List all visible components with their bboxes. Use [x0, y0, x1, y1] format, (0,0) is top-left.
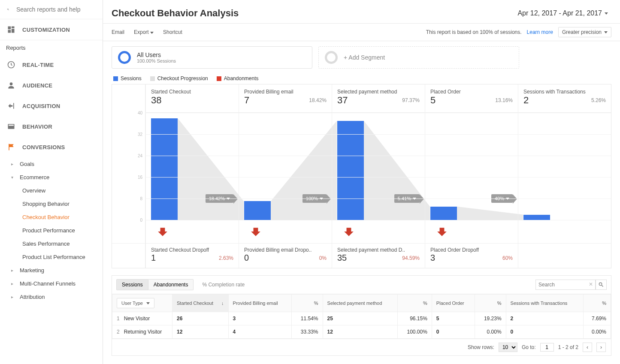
nav-product-performance[interactable]: Product Performance [0, 224, 103, 237]
tab-sessions[interactable]: Sessions [116, 279, 148, 290]
add-segment-button[interactable]: + Add Segment [318, 46, 519, 69]
nav-shopping-behavior[interactable]: Shopping Behavior [0, 197, 103, 211]
donut-icon [118, 51, 131, 64]
col-placed-pct[interactable]: % [475, 295, 506, 312]
tree-mcf[interactable]: ▸ Multi-Channel Funnels [0, 277, 103, 290]
step-label: Provided Billing email [244, 89, 327, 95]
learn-more-link[interactable]: Learn more [527, 29, 553, 35]
nav-behavior[interactable]: BEHAVIOR [0, 116, 103, 137]
caret-down-icon: ▾ [11, 175, 15, 180]
nav-conversions-label: CONVERSIONS [22, 144, 65, 150]
col-billing[interactable]: Provided Billing email [228, 295, 292, 312]
step-label: Placed Order [430, 89, 513, 95]
legend-abandonments: Abandonments [217, 75, 259, 81]
funnel-bar[interactable] [151, 118, 178, 220]
add-segment-label: + Add Segment [344, 54, 385, 61]
date-range-label: Apr 12, 2017 - Apr 21, 2017 [517, 9, 602, 17]
nav-sales-performance[interactable]: Sales Performance [0, 237, 103, 250]
tab-abandonments[interactable]: Abandonments [148, 279, 194, 290]
sidebar-search[interactable] [0, 0, 103, 19]
axis-tick: 32 [138, 132, 142, 137]
nav-customization[interactable]: CUSTOMIZATION [0, 19, 103, 40]
tree-goals-label: Goals [20, 161, 34, 167]
chevron-down-icon [605, 12, 608, 15]
caret-right-icon: ▸ [11, 281, 15, 286]
step-label: Started Checkout [151, 89, 233, 95]
segment-subtitle: 100.00% Sessions [137, 58, 176, 63]
email-button[interactable]: Email [112, 29, 124, 35]
tree-ecommerce[interactable]: ▾ Ecommerce [0, 171, 103, 184]
nav-acquisition-label: ACQUISITION [22, 103, 60, 109]
tree-attribution-label: Attribution [20, 294, 45, 300]
table-row[interactable]: 2Returning Visitor 12 4 33.33% 12 100.00… [112, 325, 611, 339]
sidebar: CUSTOMIZATION Reports REAL-TIME AUDIENCE… [0, 0, 103, 364]
data-table: User Type Started Checkout ↓ Provided Bi… [112, 294, 611, 339]
col-billing-pct[interactable]: % [292, 295, 323, 312]
dropoff-pct: 0% [319, 255, 327, 261]
show-rows-label: Show rows: [468, 344, 494, 350]
page-range: 1 - 2 of 2 [558, 344, 578, 350]
sample-text: This report is based on 100% of sessions… [426, 29, 522, 35]
nav-conversions[interactable]: CONVERSIONS [0, 137, 103, 157]
dropoff-arrow-icon [239, 220, 332, 243]
tree-marketing[interactable]: ▸ Marketing [0, 264, 103, 277]
dropoff-arrow-icon [145, 220, 239, 243]
step-label: Sessions with Transactions [523, 89, 606, 95]
rows-select[interactable]: 10 [499, 343, 517, 352]
funnel-bar[interactable] [244, 201, 271, 220]
svg-marker-7 [457, 207, 523, 220]
nav-product-list-performance[interactable]: Product List Performance [0, 250, 103, 264]
col-payment-pct[interactable]: % [397, 295, 432, 312]
search-input[interactable] [15, 6, 96, 13]
svg-rect-3 [9, 125, 14, 126]
prev-page-button[interactable]: ‹ [583, 343, 592, 352]
svg-marker-4 [178, 118, 244, 220]
nav-customization-label: CUSTOMIZATION [22, 27, 70, 33]
nav-realtime[interactable]: REAL-TIME [0, 54, 103, 75]
nav-audience[interactable]: AUDIENCE [0, 75, 103, 96]
axis-tick: 40 [138, 111, 142, 115]
table-tab-group: Sessions Abandonments [116, 279, 194, 290]
clear-icon[interactable]: ✕ [589, 281, 593, 287]
step-value: 38 [151, 95, 233, 106]
flag-icon [7, 143, 15, 151]
nav-acquisition[interactable]: ACQUISITION [0, 96, 103, 116]
tree-attribution[interactable]: ▸ Attribution [0, 290, 103, 304]
col-trans-pct[interactable]: % [583, 295, 611, 312]
col-payment[interactable]: Selected payment method [323, 295, 397, 312]
col-placed[interactable]: Placed Order [432, 295, 475, 312]
dimension-dropdown[interactable]: User Type [117, 298, 154, 308]
col-trans[interactable]: Sessions with Transactions [506, 295, 583, 312]
goto-input[interactable] [540, 343, 554, 352]
reports-header: Reports [0, 40, 103, 54]
nav-audience-label: AUDIENCE [22, 82, 52, 89]
funnel-bar[interactable] [523, 215, 550, 220]
col-started[interactable]: Started Checkout ↓ [172, 295, 229, 312]
nav-behavior-label: BEHAVIOR [22, 123, 52, 130]
funnel-bar[interactable] [430, 207, 457, 220]
dropoff-label: Selected payment method D.. [337, 247, 420, 253]
tree-goals[interactable]: ▸ Goals [0, 157, 103, 171]
chevron-down-icon [604, 31, 608, 33]
dropoff-label: Provided Billing email Dropo.. [244, 247, 327, 253]
nav-overview[interactable]: Overview [0, 184, 103, 197]
clock-icon [7, 60, 15, 69]
dropoff-pct: 94.59% [402, 255, 420, 261]
table-row[interactable]: 1New Visitor 26 3 11.54% 25 96.15% 5 19.… [112, 312, 611, 325]
behavior-icon [7, 122, 15, 131]
funnel-bar[interactable] [337, 121, 364, 220]
table-search-button[interactable] [596, 280, 607, 290]
axis-tick: 8 [140, 196, 142, 201]
funnel-progression [364, 113, 430, 220]
step-label: Selected payment method [337, 89, 420, 95]
date-range-picker[interactable]: Apr 12, 2017 - Apr 21, 2017 [514, 8, 611, 19]
table-search-input[interactable] [535, 280, 596, 290]
axis-tick: 24 [138, 153, 142, 158]
step-pct: 5.26% [591, 97, 606, 103]
shortcut-button[interactable]: Shortcut [163, 29, 182, 35]
export-button[interactable]: Export [134, 29, 154, 35]
precision-dropdown[interactable]: Greater precision [558, 27, 611, 37]
next-page-button[interactable]: › [596, 343, 606, 352]
nav-checkout-behavior[interactable]: Checkout Behavior [0, 211, 103, 224]
segment-all-users[interactable]: All Users 100.00% Sessions [112, 46, 312, 69]
